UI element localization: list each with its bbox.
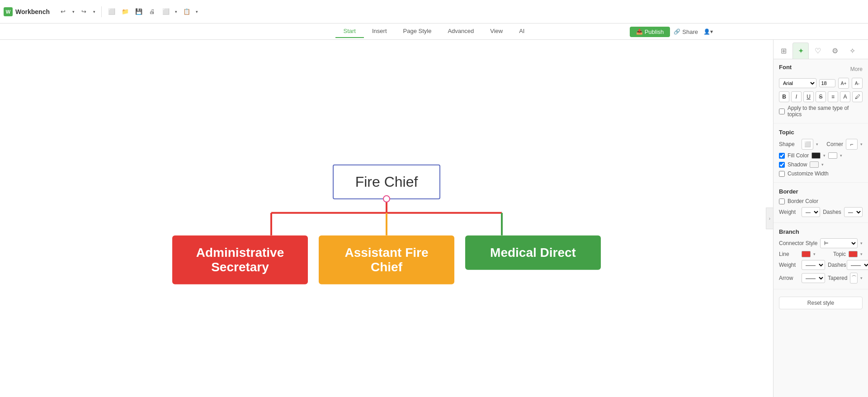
shadow-color-swatch[interactable]: [810, 161, 819, 168]
panel-tabs: ⊞ ✦ ♡ ⚙ ✧: [774, 40, 868, 59]
panel-tab-layout[interactable]: ⊞: [775, 43, 792, 59]
publish-button[interactable]: 📤 Publish: [630, 27, 670, 37]
orgchart: Fire Chief: [172, 165, 601, 284]
branch-weight-select[interactable]: ——: [802, 260, 825, 270]
branch-arrow-tapered-row: Arrow —— Tapered ⌒ ▾: [779, 273, 863, 284]
collapse-panel-button[interactable]: ›: [766, 208, 773, 229]
font-style-controls: B I U S ≡ A 🖊: [779, 91, 863, 102]
border-dashes-select[interactable]: —: [844, 207, 863, 217]
child-label-2: Medical Direct: [490, 246, 576, 260]
reset-style-button[interactable]: Reset style: [779, 297, 863, 309]
branch-line-color[interactable]: [802, 251, 811, 257]
fill-color-dropdown2[interactable]: ▾: [840, 153, 842, 158]
border-section: Border Border Color Weight — Dashes —: [774, 183, 868, 223]
corner-select[interactable]: ⌐: [846, 139, 858, 150]
menu-page-style[interactable]: Page Style: [395, 25, 440, 38]
branch-arrow-select[interactable]: ——: [802, 273, 825, 283]
export-button[interactable]: ⬜: [160, 5, 172, 18]
underline-button[interactable]: U: [803, 91, 814, 102]
bold-button[interactable]: B: [779, 91, 789, 102]
divider-1: [101, 6, 102, 17]
connector-style-label: Connector Style: [779, 240, 817, 246]
branch-section: Branch Connector Style ⊢ ▾ Line ▾ Topic …: [774, 223, 868, 289]
shape-dropdown[interactable]: ▾: [816, 142, 818, 147]
apply-same-type-row: Apply to the same type of topics: [779, 105, 863, 118]
save-button[interactable]: 💾: [132, 5, 145, 18]
italic-button[interactable]: I: [791, 91, 802, 102]
menu-view[interactable]: View: [482, 25, 511, 38]
font-size-decrease[interactable]: A-: [852, 78, 863, 89]
menu-insert[interactable]: Insert: [364, 25, 395, 38]
branch-line-dropdown[interactable]: ▾: [813, 252, 816, 256]
branch-weight-label: Weight: [779, 262, 799, 268]
fill-color-swatch2[interactable]: [828, 152, 837, 159]
child-node-0[interactable]: Administrative Secretary: [172, 236, 308, 284]
menu-start[interactable]: Start: [335, 25, 364, 38]
topic-section-title: Topic: [779, 129, 794, 136]
shadow-dropdown[interactable]: ▾: [821, 162, 824, 167]
font-section: Font More Arial A+ A- B I U S ≡ A 🖊: [774, 59, 868, 123]
apply-same-checkbox[interactable]: [779, 109, 785, 114]
highlight-button[interactable]: 🖊: [852, 91, 863, 102]
branch-topic-color[interactable]: [849, 251, 858, 257]
open-button[interactable]: 📁: [119, 5, 132, 18]
align-button[interactable]: ≡: [828, 91, 838, 102]
fill-color-swatch[interactable]: [811, 152, 821, 159]
branch-section-title: Branch: [779, 228, 799, 235]
reset-section: Reset style: [774, 289, 868, 317]
panel-tab-marker[interactable]: ♡: [810, 43, 826, 59]
share-dropdown[interactable]: ▾: [194, 5, 200, 18]
menu-advanced[interactable]: Advanced: [439, 25, 482, 38]
root-node[interactable]: Fire Chief: [333, 165, 441, 199]
font-color-button[interactable]: A: [840, 91, 850, 102]
customize-width-checkbox[interactable]: [779, 171, 785, 177]
border-color-row: Border Color: [779, 198, 863, 204]
branch-tapered-label: Tapered: [828, 275, 847, 281]
child-label-0: Administrative Secretary: [196, 246, 284, 274]
print-button[interactable]: 🖨: [146, 5, 159, 18]
brand-icon: W: [4, 7, 13, 16]
branch-dashes-select[interactable]: ——: [847, 260, 868, 270]
redo-button[interactable]: ↪: [78, 5, 90, 18]
shadow-row: Shadow ▾: [779, 161, 863, 168]
font-size-increase[interactable]: A+: [838, 78, 849, 89]
child-node-1[interactable]: Assistant Fire Chief: [319, 236, 454, 284]
undo-button[interactable]: ↩: [57, 5, 70, 18]
border-color-checkbox[interactable]: [779, 198, 785, 204]
undo-dropdown[interactable]: ▾: [71, 5, 77, 18]
panel-tab-style[interactable]: ✦: [793, 43, 809, 59]
connector-style-select[interactable]: ⊢: [820, 238, 858, 248]
border-color-label: Border Color: [788, 198, 818, 204]
branch-topic-dropdown[interactable]: ▾: [860, 252, 863, 256]
fill-color-checkbox[interactable]: [779, 153, 785, 159]
border-weight-dashes-row: Weight — Dashes —: [779, 207, 863, 217]
share-button[interactable]: 🔗 Share: [674, 28, 698, 35]
font-family-select[interactable]: Arial: [779, 78, 816, 88]
export-dropdown[interactable]: ▾: [173, 5, 179, 18]
connector-style-dropdown[interactable]: ▾: [860, 241, 863, 246]
share-small-button[interactable]: 📋: [180, 5, 193, 18]
customize-width-row: Customize Width: [779, 170, 863, 177]
account-button[interactable]: 👤▾: [702, 25, 714, 38]
child-node-2[interactable]: Medical Direct: [465, 236, 601, 270]
redo-dropdown[interactable]: ▾: [91, 5, 98, 18]
fill-color-dropdown[interactable]: ▾: [823, 153, 826, 158]
file-tools: ⬜ 📁 💾 🖨 ⬜ ▾ 📋 ▾: [105, 5, 200, 18]
canvas[interactable]: Fire Chief: [0, 40, 773, 397]
new-button[interactable]: ⬜: [105, 5, 118, 18]
tapered-select[interactable]: ⌒: [850, 273, 858, 284]
menu-ai[interactable]: AI: [511, 25, 533, 38]
border-weight-select[interactable]: —: [802, 207, 820, 217]
corner-dropdown[interactable]: ▾: [860, 142, 863, 147]
panel-tab-settings[interactable]: ⚙: [827, 43, 843, 59]
branch-weight-dashes-row: Weight —— Dashes ——: [779, 260, 863, 270]
tapered-dropdown[interactable]: ▾: [860, 276, 863, 280]
panel-tab-ai[interactable]: ✧: [844, 43, 860, 59]
border-dashes-label: Dashes: [823, 209, 841, 215]
more-button[interactable]: More: [850, 66, 863, 72]
strikethrough-button[interactable]: S: [816, 91, 826, 102]
topic-section: Topic Shape ⬜ ▾ Corner ⌐ ▾ Fill Color ▾ …: [774, 123, 868, 183]
shape-select[interactable]: ⬜: [802, 139, 813, 150]
shadow-checkbox[interactable]: [779, 162, 785, 168]
font-size-input[interactable]: [819, 79, 835, 87]
